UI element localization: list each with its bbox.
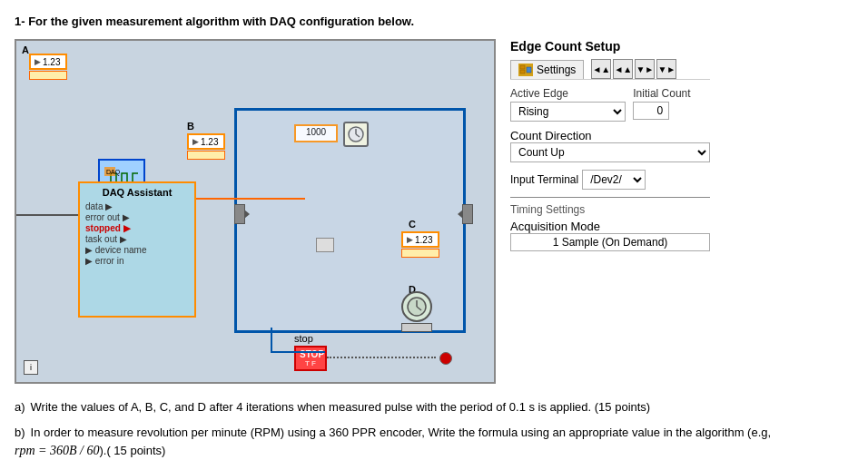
stop-label: stop (294, 333, 313, 344)
svg-text:DAQ: DAQ (106, 169, 121, 176)
input-terminal-select[interactable]: /Dev2/ (582, 170, 646, 190)
corner-info-icon: i (24, 360, 38, 375)
input-terminal-label: Input Terminal (510, 173, 578, 186)
question-b-formula: rpm = 360B / 60 (15, 441, 99, 460)
stop-button[interactable]: STOP T F (294, 346, 327, 371)
initial-count-value: 0 (633, 102, 669, 120)
tab-arrow-right1[interactable]: ▼► (635, 59, 655, 79)
initial-count-label: Initial Count (633, 87, 710, 100)
count-direction-select[interactable]: Count Up Count Down (510, 142, 710, 162)
sub-indicator-b (187, 151, 225, 160)
tab-arrow-left2[interactable]: ◄▲ (613, 59, 633, 79)
setup-title: Edge Count Setup (510, 39, 710, 54)
setup-tabs-row: Settings ◄▲ ◄▲ ▼► ▼► (510, 59, 710, 80)
acquisition-mode-field: Acquisition Mode 1 Sample (On Demand) (510, 220, 710, 251)
tab-arrow-left1[interactable]: ◄▲ (591, 59, 611, 79)
active-edge-label: Active Edge (510, 87, 626, 100)
label-b: B (187, 121, 194, 132)
svg-rect-10 (520, 70, 525, 73)
diagram-panel: A ▶ 1.23 B ▶ 1.23 1000 (15, 39, 496, 384)
active-edge-field: Active Edge Rising Falling (510, 87, 626, 122)
loop-border (234, 108, 466, 333)
sub-icon-d (401, 323, 432, 332)
question-a: a)Write the values of A, B, C, and D aft… (15, 398, 853, 416)
shift-reg-left (234, 204, 245, 224)
label-a: A (22, 44, 29, 55)
settings-tab[interactable]: Settings (510, 60, 584, 79)
svg-rect-9 (520, 65, 525, 69)
count-direction-label: Count Direction (510, 129, 592, 142)
wire-stop-h (327, 357, 436, 358)
label-c: C (409, 219, 416, 230)
initial-count-field: Initial Count 0 (633, 87, 710, 120)
questions-section: a)Write the values of A, B, C, and D aft… (15, 398, 853, 460)
timer-icon-d (401, 291, 432, 322)
indicator-c: ▶ 1.23 (401, 231, 439, 248)
question-b-label: b) (15, 424, 25, 442)
bool-indicator (439, 352, 452, 365)
settings-tab-label: Settings (537, 64, 576, 76)
svg-rect-11 (527, 67, 531, 73)
active-edge-select[interactable]: Rising Falling (510, 102, 626, 122)
tab-arrow-right2[interactable]: ▼► (656, 59, 676, 79)
question-b-text1: In order to measure revolution per minut… (31, 424, 772, 442)
question-a-text: Write the values of A, B, C, and D after… (31, 400, 651, 414)
wire-loop-bottom (271, 328, 272, 351)
shift-reg-right (462, 204, 473, 224)
timing-section-title: Timing Settings (510, 203, 710, 216)
question-b: b) In order to measure revolution per mi… (15, 424, 853, 461)
acquisition-mode-value: 1 Sample (On Demand) (510, 233, 710, 251)
indicator-b: ▶ 1.23 (187, 133, 225, 150)
sub-indicator-c (401, 249, 439, 258)
question-b-text2: ).( 15 points) (99, 442, 165, 460)
index-box-left (316, 238, 334, 252)
question-a-label: a) (15, 400, 25, 414)
setup-panel: Edge Count Setup Settings ◄▲ ◄▲ ▼► ▼► (510, 39, 710, 384)
sub-indicator-a (29, 71, 67, 80)
indicator-a: ▶ 1.23 (29, 54, 67, 70)
settings-tab-icon (518, 64, 533, 76)
wire-main-h (16, 214, 78, 216)
wire-loop-bottom-h (271, 351, 325, 353)
acquisition-mode-label: Acquisition Mode (510, 220, 600, 233)
daq-assistant-block: DAQ Assistant data ▶ error out ▶ stopped… (78, 181, 196, 318)
question-header: 1- For the given measurement algorithm w… (15, 15, 853, 28)
timing-settings-section: Timing Settings Acquisition Mode 1 Sampl… (510, 197, 710, 251)
wire-data-h (196, 198, 305, 200)
